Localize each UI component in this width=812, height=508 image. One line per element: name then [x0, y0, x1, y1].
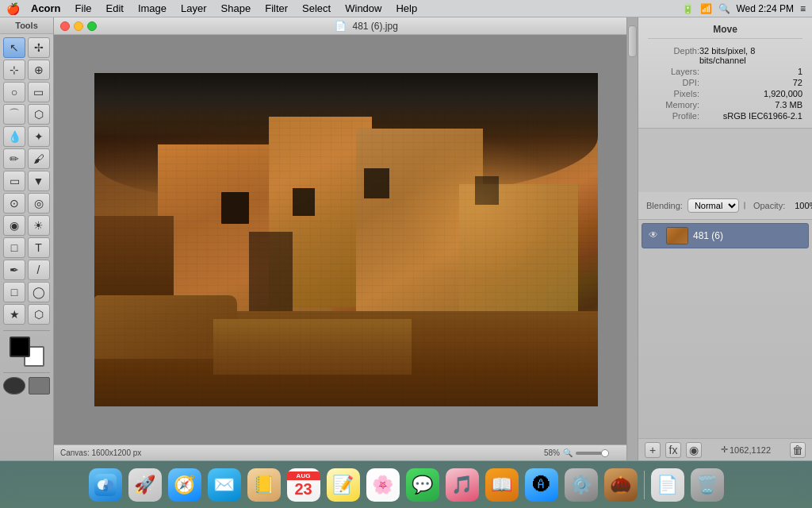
layer-visibility-toggle[interactable]: 👁 [649, 229, 661, 242]
tool-wand[interactable]: ✦ [28, 126, 50, 147]
vertical-scrollbar[interactable] [626, 17, 638, 460]
maximize-button[interactable] [87, 21, 97, 31]
menu-app-name[interactable]: Acorn [25, 1, 67, 16]
image-canvas[interactable] [94, 73, 598, 406]
tools-grid: ↖ ✢ ⊹ ⊕ ○ ▭ ⌒ ⬡ 💧 ✦ ✏ 🖌 ▭ ▼ ⊙ ◎ ◉ ☀ □ T … [0, 34, 53, 328]
messages-icon: 💬 [406, 468, 439, 502]
canvas-content[interactable] [54, 35, 638, 444]
dock-item-finder[interactable] [87, 467, 124, 503]
tool-lasso[interactable]: ⌒ [3, 104, 25, 125]
dock-item-launchpad[interactable]: 🚀 [127, 467, 163, 503]
dock-item-contacts[interactable]: 📒 [246, 467, 282, 503]
new-document-icon: 📄 [651, 468, 684, 502]
tool-move2[interactable]: ⊕ [28, 60, 50, 80]
profile-label: Profile: [648, 111, 699, 121]
tools-divider-2 [3, 372, 50, 373]
coords-value: 1062,1122 [730, 445, 771, 455]
layer-name[interactable]: 481 (6) [693, 230, 723, 241]
menu-window[interactable]: Window [339, 1, 388, 16]
menu-bar-right: 🔋 📶 🔍 Wed 2:24 PM ≡ [682, 3, 806, 14]
opacity-value: 100% [795, 201, 812, 210]
tool-text[interactable]: T [28, 237, 50, 258]
info-row-dpi: DPI: 72 [648, 77, 802, 88]
tool-ellipse-select[interactable]: ○ [3, 82, 25, 102]
brush-size-preview[interactable] [3, 377, 25, 394]
minimize-button[interactable] [74, 21, 83, 31]
contacts-icon: 📒 [247, 468, 281, 502]
tool-rect-shape[interactable]: □ [3, 237, 25, 258]
menu-select[interactable]: Select [296, 1, 337, 16]
tool-poly-select[interactable]: ⬡ [28, 104, 50, 125]
tool-blur[interactable]: ☀ [28, 215, 50, 236]
tool-oval-tool[interactable]: ◯ [28, 282, 50, 302]
menu-shape[interactable]: Shape [215, 1, 258, 16]
dock-item-safari[interactable]: 🧭 [167, 467, 203, 503]
menu-filter[interactable]: Filter [259, 1, 294, 16]
pixels-value: 1,920,000 [764, 89, 802, 98]
menu-layer[interactable]: Layer [174, 1, 213, 16]
tool-dodge[interactable]: ◉ [3, 215, 25, 236]
dock-item-appstore[interactable]: 🅐 [523, 467, 560, 503]
tools-panel-title: Tools [0, 17, 53, 34]
tool-line[interactable]: / [28, 260, 50, 280]
zoom-icon: 🔍 [563, 448, 573, 457]
dock-item-trash[interactable]: 🗑️ [689, 467, 726, 503]
dock-item-books[interactable]: 📖 [484, 467, 520, 503]
tool-brush[interactable]: 🖌 [28, 148, 50, 169]
apple-menu[interactable]: 🍎 [6, 2, 20, 15]
tool-smudge[interactable]: ◎ [28, 193, 50, 214]
blending-mode-select[interactable]: Normal Multiply Screen Overlay [688, 198, 739, 213]
tool-star[interactable]: ★ [3, 304, 25, 325]
menu-bar-search[interactable]: 🔍 [718, 3, 730, 14]
dock-item-new-document[interactable]: 📄 [649, 467, 686, 503]
brush-opacity-preview[interactable] [29, 377, 51, 394]
menu-file[interactable]: File [69, 1, 98, 16]
menu-bar-control-center[interactable]: ≡ [800, 3, 806, 14]
tool-eyedrop[interactable]: 💧 [3, 126, 25, 147]
coordinates-display: ✛ 1062,1122 [721, 444, 771, 455]
canvas-status-bar: Canvas: 1600x1200 px 58% 🔍 □ [54, 444, 638, 460]
tool-pen-path[interactable]: ✒ [3, 260, 25, 280]
add-layer-button[interactable]: + [645, 442, 661, 458]
dock-item-music[interactable]: 🎵 [444, 467, 481, 503]
fx-button[interactable]: fx [665, 442, 681, 458]
dock-item-acorn[interactable]: 🌰 [603, 467, 639, 503]
dock-item-notes[interactable]: 📝 [325, 467, 362, 503]
launchpad-icon: 🚀 [128, 468, 162, 502]
dock-item-messages[interactable]: 💬 [404, 467, 441, 503]
tool-move[interactable]: ✢ [28, 37, 50, 58]
foreground-color-swatch[interactable] [10, 337, 30, 357]
menu-edit[interactable]: Edit [100, 1, 130, 16]
tool-rect-select[interactable]: ▭ [28, 82, 50, 102]
tool-rect-tool[interactable]: □ [3, 282, 25, 302]
layer-item[interactable]: 👁 481 (6) [642, 223, 809, 248]
vertical-scroll-thumb[interactable] [628, 25, 637, 57]
layers-count-value: 1 [798, 67, 802, 76]
tool-clone[interactable]: ⊙ [3, 193, 25, 214]
tool-pen[interactable]: ✏ [3, 148, 25, 169]
dock-item-photos[interactable]: 🌸 [365, 467, 401, 503]
info-row-memory: Memory: 7.3 MB [648, 99, 802, 110]
depth-value: 32 bits/pixel, 8 bits/channel [699, 46, 802, 65]
tool-arrow[interactable]: ↖ [3, 37, 25, 58]
zoom-thumb[interactable] [601, 449, 609, 457]
profile-value: sRGB IEC61966-2.1 [723, 111, 802, 121]
zoom-slider[interactable] [576, 452, 623, 455]
dock-item-calendar[interactable]: AUG 23 [285, 467, 322, 503]
svg-point-3 [103, 479, 108, 485]
zoom-control[interactable]: 58% 🔍 □ [544, 448, 631, 457]
tool-crop[interactable]: ⊹ [3, 60, 25, 80]
mask-button[interactable]: ◉ [686, 442, 702, 458]
dock-item-mail[interactable]: ✉️ [206, 467, 243, 503]
dock-item-settings[interactable]: ⚙️ [563, 467, 599, 503]
info-row-profile: Profile: sRGB IEC61966-2.1 [648, 110, 802, 121]
menu-help[interactable]: Help [389, 1, 423, 16]
tool-eraser[interactable]: ▭ [3, 171, 25, 191]
close-button[interactable] [60, 21, 70, 31]
tool-fill[interactable]: ▼ [28, 171, 50, 191]
menu-image[interactable]: Image [132, 1, 173, 16]
tool-polygon[interactable]: ⬡ [28, 304, 50, 325]
delete-layer-button[interactable]: 🗑 [790, 442, 806, 458]
color-swatches[interactable] [10, 337, 44, 367]
pixels-label: Pixels: [648, 89, 699, 98]
